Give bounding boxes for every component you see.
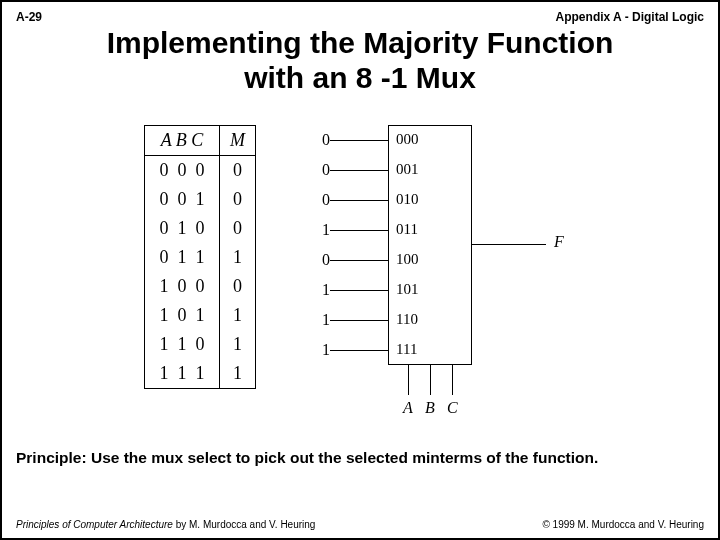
table-row: 111 1 xyxy=(145,359,256,389)
footer-copyright: © 1999 M. Murdocca and V. Heuring xyxy=(542,519,704,530)
cell-a: 1 xyxy=(155,276,173,297)
cell-m: 0 xyxy=(220,272,256,301)
select-label-b: B xyxy=(425,399,435,417)
wire-icon xyxy=(330,170,388,171)
page-number: A-29 xyxy=(16,10,42,24)
cell-c: 0 xyxy=(191,218,209,239)
table-row: 001 0 xyxy=(145,185,256,214)
cell-a: 0 xyxy=(155,189,173,210)
cell-b: 1 xyxy=(173,334,191,355)
cell-b: 0 xyxy=(173,276,191,297)
hdr-A: A xyxy=(161,130,172,150)
cell-a: 0 xyxy=(155,218,173,239)
mux-input-label: 001 xyxy=(396,161,419,178)
title-line-2: with an 8 -1 Mux xyxy=(16,61,704,96)
table-row: 101 1 xyxy=(145,301,256,330)
cell-c: 1 xyxy=(191,247,209,268)
table-row: 110 1 xyxy=(145,330,256,359)
cell-c: 0 xyxy=(191,160,209,181)
cell-c: 1 xyxy=(191,363,209,384)
mux-output-label: F xyxy=(554,233,564,251)
select-wire-icon xyxy=(452,365,453,395)
cell-a: 0 xyxy=(155,247,173,268)
select-label-c: C xyxy=(447,399,458,417)
mux-input-row: 1 xyxy=(316,275,388,305)
mux-input-label: 000 xyxy=(396,131,419,148)
mux-input-row: 1 xyxy=(316,215,388,245)
mux-input-label: 011 xyxy=(396,221,418,238)
footer-row: Principles of Computer Architecture by M… xyxy=(16,519,704,530)
mux-input-value: 0 xyxy=(316,191,330,209)
cell-b: 0 xyxy=(173,189,191,210)
slide-page: A-29 Appendix A - Digital Logic Implemen… xyxy=(0,0,720,540)
cell-m: 1 xyxy=(220,330,256,359)
header-row: A-29 Appendix A - Digital Logic xyxy=(16,10,704,24)
cell-m: 0 xyxy=(220,185,256,214)
principle-text: Principle: Use the mux select to pick ou… xyxy=(16,449,704,467)
mux-input-value: 0 xyxy=(316,161,330,179)
cell-b: 1 xyxy=(173,218,191,239)
cell-c: 1 xyxy=(191,189,209,210)
cell-b: 1 xyxy=(173,363,191,384)
cell-c: 0 xyxy=(191,334,209,355)
truth-table: A B C M 000 0 001 0 010 0 011 1 xyxy=(144,125,256,389)
cell-m: 1 xyxy=(220,301,256,330)
wire-icon xyxy=(330,140,388,141)
hdr-B: B xyxy=(176,130,187,150)
cell-m: 1 xyxy=(220,359,256,389)
cell-b: 1 xyxy=(173,247,191,268)
cell-a: 1 xyxy=(155,305,173,326)
mux-input-row: 0 xyxy=(316,245,388,275)
mux-input-row: 1 xyxy=(316,335,388,365)
cell-a: 0 xyxy=(155,160,173,181)
wire-icon xyxy=(330,260,388,261)
appendix-label: Appendix A - Digital Logic xyxy=(556,10,704,24)
mux-input-label: 100 xyxy=(396,251,419,268)
mux-input-value: 0 xyxy=(316,131,330,149)
wire-icon xyxy=(330,290,388,291)
mux-input-value: 1 xyxy=(316,281,330,299)
mux-input-value: 1 xyxy=(316,221,330,239)
cell-c: 0 xyxy=(191,276,209,297)
table-row: 000 0 xyxy=(145,156,256,186)
wire-icon xyxy=(330,350,388,351)
cell-m: 0 xyxy=(220,214,256,243)
mux-input-row: 1 xyxy=(316,305,388,335)
wire-icon xyxy=(330,230,388,231)
title-line-1: Implementing the Majority Function xyxy=(16,26,704,61)
cell-m: 1 xyxy=(220,243,256,272)
table-header-row: A B C M xyxy=(145,126,256,156)
footer-book-title: Principles of Computer Architecture xyxy=(16,519,173,530)
table-row: 010 0 xyxy=(145,214,256,243)
mux-input-row: 0 xyxy=(316,185,388,215)
mux-input-value: 1 xyxy=(316,311,330,329)
hdr-M: M xyxy=(220,126,256,156)
cell-c: 1 xyxy=(191,305,209,326)
hdr-abc: A B C xyxy=(145,126,220,156)
select-wire-icon xyxy=(430,365,431,395)
output-wire-icon xyxy=(472,244,546,245)
table-row: 011 1 xyxy=(145,243,256,272)
mux-input-label: 110 xyxy=(396,311,418,328)
cell-a: 1 xyxy=(155,334,173,355)
select-label-a: A xyxy=(403,399,413,417)
cell-a: 1 xyxy=(155,363,173,384)
wire-icon xyxy=(330,200,388,201)
mux-input-label: 101 xyxy=(396,281,419,298)
footer-authors: by M. Murdocca and V. Heuring xyxy=(173,519,315,530)
mux-input-value: 1 xyxy=(316,341,330,359)
hdr-C: C xyxy=(191,130,203,150)
mux-input-label: 010 xyxy=(396,191,419,208)
mux-input-row: 0 xyxy=(316,155,388,185)
wire-icon xyxy=(330,320,388,321)
content-area: A B C M 000 0 001 0 010 0 011 1 xyxy=(16,125,704,425)
slide-title: Implementing the Majority Function with … xyxy=(16,26,704,95)
footer-book: Principles of Computer Architecture by M… xyxy=(16,519,315,530)
mux-diagram: 0 000 0 001 0 010 1 011 0 100 1 101 xyxy=(316,125,576,425)
table-row: 100 0 xyxy=(145,272,256,301)
mux-input-value: 0 xyxy=(316,251,330,269)
mux-input-row: 0 xyxy=(316,125,388,155)
mux-input-label: 111 xyxy=(396,341,417,358)
cell-b: 0 xyxy=(173,160,191,181)
select-wire-icon xyxy=(408,365,409,395)
